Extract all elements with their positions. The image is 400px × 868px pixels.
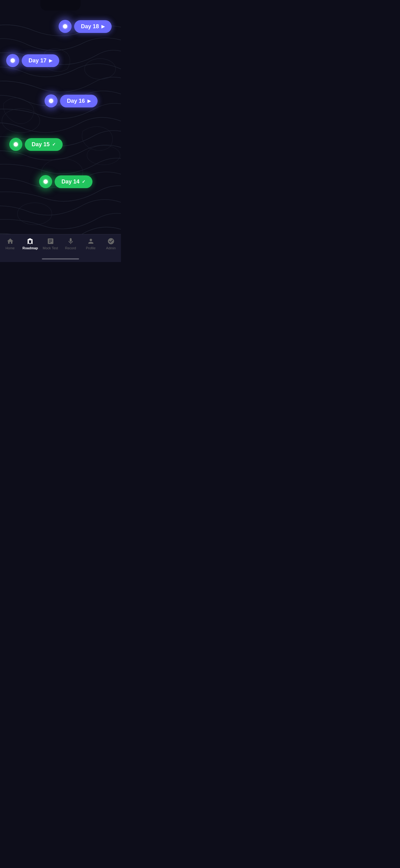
day-16-play-icon: ▶ (88, 98, 91, 103)
nav-item-roadmap[interactable]: Roadmap (20, 238, 40, 250)
nav-home-label: Home (6, 246, 14, 250)
day-17-circle-inner (10, 58, 15, 63)
nav-profile-label: Profile (86, 246, 96, 250)
day-14-text: Day 14 (61, 179, 79, 185)
day-16-label[interactable]: Day 16 ▶ (60, 95, 98, 107)
day-18-text: Day 18 (81, 23, 99, 30)
profile-icon (87, 238, 95, 245)
day-16-circle-inner (49, 99, 53, 103)
roadmap-icon (27, 238, 34, 245)
day-15-text: Day 15 (32, 141, 49, 148)
nav-item-home[interactable]: Home (0, 238, 20, 250)
day-18-play-icon: ▶ (101, 24, 105, 29)
day-18-circle (59, 20, 72, 33)
home-indicator (42, 258, 79, 259)
day-15-circle-inner (14, 142, 18, 147)
day-18-circle-inner (63, 24, 67, 29)
nav-admin-label: Admin (106, 246, 116, 250)
nav-item-mock-test[interactable]: Mock Test (40, 238, 61, 250)
day-14-circle-inner (43, 180, 48, 184)
bottom-nav: Home Roadmap Mock Test Record Profile Ad… (0, 234, 121, 262)
day-14-row[interactable]: Day 14 ✓ (39, 175, 92, 188)
day-18-label[interactable]: Day 18 ▶ (74, 20, 112, 33)
day-18-row[interactable]: Day 18 ▶ (59, 20, 112, 33)
day-17-row[interactable]: Day 17 ▶ (6, 54, 59, 67)
nav-mock-test-label: Mock Test (43, 246, 58, 250)
day-14-check-icon: ✓ (82, 179, 86, 184)
admin-icon (107, 238, 115, 245)
day-17-label[interactable]: Day 17 ▶ (22, 54, 59, 67)
nav-item-profile[interactable]: Profile (80, 238, 101, 250)
day-16-circle (45, 94, 58, 107)
nav-item-admin[interactable]: Admin (101, 238, 121, 250)
record-icon (67, 238, 74, 245)
day-16-text: Day 16 (67, 98, 85, 104)
day-17-play-icon: ▶ (49, 58, 53, 63)
day-15-check-icon: ✓ (52, 142, 56, 147)
mock-test-icon (47, 238, 54, 245)
day-17-circle (6, 54, 19, 67)
day-16-row[interactable]: Day 16 ▶ (45, 94, 98, 107)
day-15-circle (9, 138, 22, 151)
day-15-label[interactable]: Day 15 ✓ (25, 138, 63, 151)
nav-record-label: Record (65, 246, 76, 250)
day-14-circle (39, 175, 52, 188)
day-14-label[interactable]: Day 14 ✓ (55, 176, 92, 188)
home-icon (6, 238, 14, 245)
nav-item-record[interactable]: Record (61, 238, 80, 250)
status-bar (40, 0, 80, 10)
roadmap-content: Day 18 ▶ Day 17 ▶ Day 16 ▶ Day 15 ✓ (0, 10, 121, 234)
nav-roadmap-label: Roadmap (22, 246, 38, 250)
day-15-row[interactable]: Day 15 ✓ (9, 138, 63, 151)
day-17-text: Day 17 (29, 57, 46, 64)
